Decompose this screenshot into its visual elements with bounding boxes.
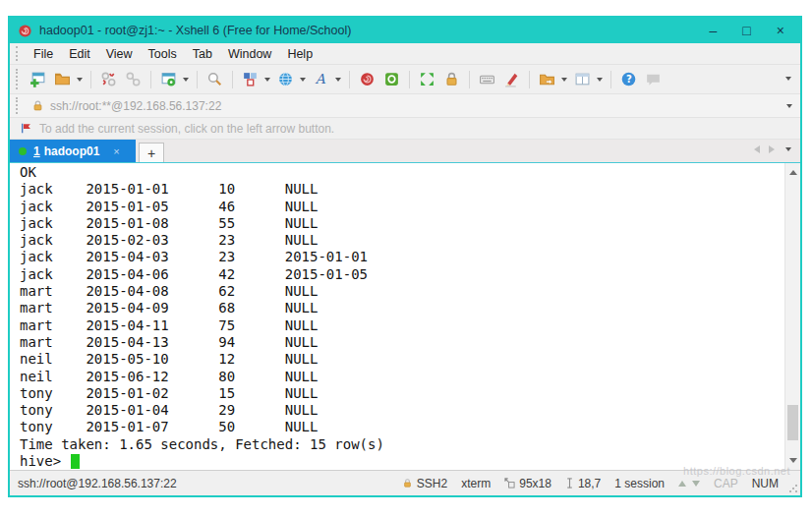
globe-icon	[277, 71, 294, 87]
xagent-swirl-icon	[359, 71, 376, 87]
fullscreen-button[interactable]	[416, 69, 438, 89]
scroll-up-icon	[789, 170, 797, 175]
color-scheme-button[interactable]	[239, 69, 261, 89]
ssl-lock-icon	[31, 99, 44, 112]
toolbar-separator	[90, 71, 91, 88]
tab-scroll-right-icon[interactable]	[769, 145, 775, 153]
help-button[interactable]: ?	[617, 69, 640, 89]
virtual-keyboard-button[interactable]	[476, 69, 498, 89]
font-size-up-icon[interactable]	[678, 481, 686, 487]
tab-scroll-left-icon[interactable]	[754, 145, 760, 153]
svg-text:A: A	[315, 71, 326, 86]
open-session-dropdown[interactable]	[77, 78, 83, 82]
terminal-line: tony 2015-01-02 15 NULL	[20, 385, 784, 402]
font-button[interactable]: A	[310, 69, 332, 89]
terminal-type-indicator: xterm	[461, 477, 491, 490]
terminal-line: mart 2015-04-09 68 NULL	[20, 300, 784, 316]
open-session-button[interactable]	[51, 69, 74, 89]
disconnect-button[interactable]	[97, 69, 120, 89]
font-dropdown[interactable]	[335, 78, 341, 82]
scrollbar-thumb[interactable]	[787, 405, 798, 440]
menu-item[interactable]: Edit	[61, 43, 98, 65]
prompt-line: hive>	[20, 453, 784, 470]
open-folder-icon	[54, 71, 71, 87]
close-button[interactable]: ×	[777, 18, 784, 43]
terminal-line: mart 2015-04-11 75 NULL	[20, 317, 784, 334]
folder-transfer-dropdown[interactable]	[561, 78, 567, 82]
caps-lock-indicator: CAP	[714, 477, 738, 490]
new-session-button[interactable]	[27, 69, 49, 89]
color-scheme-dropdown[interactable]	[264, 78, 270, 82]
menu-item[interactable]: View	[98, 43, 141, 65]
keyboard-icon	[479, 71, 495, 87]
protocol-indicator: SSH2	[402, 477, 447, 490]
scroll-down-icon	[789, 458, 797, 463]
address-bar[interactable]: ssh://root:**@192.168.56.137:22	[10, 94, 800, 118]
terminal-line: jack 2015-02-03 23 NULL	[20, 232, 784, 249]
disconnect-icon	[100, 71, 117, 87]
maximize-button[interactable]: □	[742, 18, 750, 43]
cursor-position-indicator: 18,7	[565, 477, 601, 490]
address-bar-grip[interactable]	[16, 97, 19, 113]
toolbar-grip[interactable]	[16, 69, 19, 88]
status-url: ssh://root@192.168.56.137:22	[10, 477, 402, 490]
terminal-line: neil 2015-06-12 80 NULL	[20, 369, 784, 385]
lock-screen-button[interactable]	[440, 69, 463, 89]
encoding-button[interactable]	[274, 69, 297, 89]
menu-item[interactable]: Tab	[185, 43, 220, 65]
tab-bar: 1 hadoop01 × +	[10, 140, 800, 162]
font-icon: A	[313, 71, 329, 87]
reconnect-button[interactable]	[122, 69, 145, 89]
quill-pen-icon	[503, 71, 520, 87]
vertical-scrollbar[interactable]	[784, 163, 800, 470]
new-tab-button[interactable]: +	[139, 143, 164, 162]
tab-close-icon[interactable]: ×	[113, 145, 119, 157]
session-count-indicator: 1 session	[614, 477, 665, 490]
menu-item[interactable]: Window	[220, 43, 279, 65]
terminal-line: tony 2015-01-04 29 NULL	[20, 402, 784, 419]
menu-item[interactable]: Tools	[141, 43, 185, 65]
toolbar-overflow-dropdown[interactable]	[785, 77, 791, 81]
hive-prompt: hive>	[20, 453, 70, 470]
menu-item[interactable]: File	[26, 43, 61, 65]
terminal-area[interactable]: OKjack 2015-01-01 10 NULLjack 2015-01-05…	[10, 162, 800, 470]
terminal-line: jack 2015-04-06 42 2015-01-05	[20, 266, 784, 283]
terminal-line: neil 2015-05-10 12 NULL	[20, 351, 784, 368]
menu-item[interactable]: Help	[279, 43, 320, 65]
find-button[interactable]	[203, 69, 226, 89]
tab-hadoop01[interactable]: 1 hadoop01 ×	[10, 140, 136, 162]
xshell-window: hadoop01 - root@zj1:~ - Xshell 6 (Free f…	[8, 16, 802, 497]
tile-windows-dropdown[interactable]	[597, 78, 603, 82]
tab-index: 1	[33, 144, 40, 158]
tab-label: hadoop01	[44, 144, 100, 158]
toolbar: A	[10, 65, 800, 94]
terminal-line: jack 2015-01-01 10 NULL	[20, 181, 784, 198]
terminal-line: jack 2015-01-08 55 NULL	[20, 215, 784, 232]
toolbar-separator	[529, 71, 530, 88]
tile-windows-button[interactable]	[571, 69, 594, 89]
desktop: hadoop01 - root@zj1:~ - Xshell 6 (Free f…	[0, 0, 812, 517]
address-url[interactable]: ssh://root:**@192.168.56.137:22	[50, 99, 784, 113]
compose-button[interactable]	[500, 69, 523, 89]
xagent-button[interactable]	[356, 69, 378, 89]
minimize-button[interactable]: –	[710, 18, 718, 43]
scroll-up-button[interactable]	[785, 165, 800, 180]
session-properties-dropdown[interactable]	[183, 78, 189, 82]
xftp-transfer-button[interactable]	[380, 69, 403, 89]
folder-transfer-button[interactable]	[536, 69, 558, 89]
terminal-line: jack 2015-04-03 23 2015-01-01	[20, 249, 784, 265]
session-properties-button[interactable]	[157, 69, 180, 89]
terminal-cursor	[71, 454, 80, 469]
toolbar-separator	[409, 71, 410, 88]
feedback-button[interactable]	[642, 69, 665, 89]
tab-list-dropdown[interactable]	[785, 147, 791, 151]
font-size-down-icon[interactable]	[692, 481, 700, 487]
resize-grip[interactable]	[788, 484, 798, 493]
info-bar: To add the current session, click on the…	[10, 118, 800, 140]
folder-transfer-icon	[539, 71, 555, 87]
toolbar-grip[interactable]	[16, 46, 19, 61]
encoding-dropdown[interactable]	[300, 78, 306, 82]
scroll-down-button[interactable]	[785, 453, 800, 468]
address-bar-dropdown[interactable]	[786, 104, 792, 108]
svg-text:?: ?	[626, 74, 632, 85]
